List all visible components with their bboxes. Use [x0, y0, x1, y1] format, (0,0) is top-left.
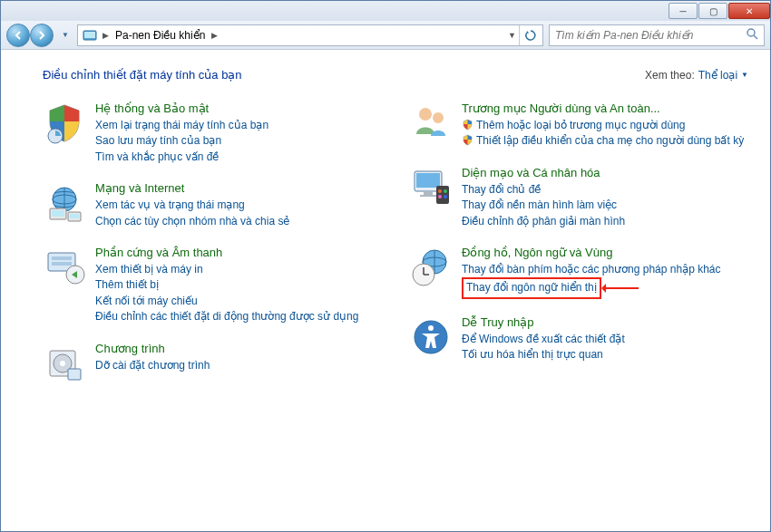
task-link[interactable]: Xem thiết bị và máy in	[95, 262, 382, 277]
svg-rect-22	[416, 173, 440, 188]
titlebar: ─ ▢ ✕	[1, 1, 770, 21]
svg-line-3	[754, 35, 757, 39]
task-link[interactable]: Xem tác vụ và trạng thái mạng	[95, 198, 382, 213]
addressbar-dropdown[interactable]: ▼	[505, 31, 519, 40]
navbar: ▼ ▶ Pa-nen Điều khiển ▶ ▼	[1, 21, 770, 50]
category-appearance-personalization: Diện mạo và Cá nhân hóa Thay đổi chủ đề …	[409, 166, 748, 229]
viewby-control: Xem theo: Thể loại ▼	[645, 69, 748, 82]
chevron-right-icon[interactable]: ▶	[209, 31, 220, 40]
svg-rect-23	[424, 191, 433, 195]
task-link[interactable]: Kết nối tới máy chiếu	[95, 294, 382, 309]
left-column: Hệ thống và Bảo mật Xem lại trạng thái m…	[43, 102, 382, 401]
category-clock-language-region: Đồng hồ, Ngôn ngữ và Vùng Thay đổi bàn p…	[409, 246, 748, 299]
clock-language-region-icon[interactable]	[409, 246, 453, 289]
search-icon[interactable]	[746, 27, 758, 43]
svg-point-36	[428, 325, 434, 331]
control-panel-icon	[82, 27, 98, 44]
svg-point-20	[433, 112, 444, 123]
category-title[interactable]: Diện mạo và Cá nhân hóa	[462, 166, 748, 179]
content-area: Điều chỉnh thiết đặt máy tính của bạn Xe…	[1, 50, 770, 531]
refresh-button[interactable]	[519, 25, 541, 45]
category-title[interactable]: Đồng hồ, Ngôn ngữ và Vùng	[462, 246, 748, 259]
svg-point-2	[747, 29, 755, 36]
uac-shield-icon	[462, 134, 473, 146]
svg-rect-18	[68, 369, 81, 380]
task-link[interactable]: Chọn các tùy chọn nhóm nhà và chia sẻ	[95, 214, 382, 229]
svg-point-26	[438, 189, 442, 193]
appearance-icon[interactable]	[409, 166, 453, 209]
chevron-right-icon[interactable]: ▶	[100, 31, 112, 40]
category-title[interactable]: Dễ Truy nhập	[462, 315, 748, 329]
addressbar[interactable]: ▶ Pa-nen Điều khiển ▶ ▼	[77, 24, 543, 46]
hardware-sound-icon[interactable]	[43, 246, 86, 289]
nav-history-dropdown[interactable]: ▼	[59, 26, 72, 44]
task-link[interactable]: Xem lại trạng thái máy tính của bạn	[95, 118, 382, 133]
task-link[interactable]: Điều chỉnh độ phân giải màn hình	[462, 214, 748, 229]
programs-icon[interactable]	[43, 342, 86, 385]
page-title: Điều chỉnh thiết đặt máy tính của bạn	[43, 68, 242, 82]
system-security-icon[interactable]	[43, 102, 86, 145]
task-link[interactable]: Dỡ cài đặt chương trình	[95, 358, 382, 373]
ease-of-access-icon[interactable]	[409, 315, 453, 359]
task-link[interactable]: Thay đổi nền màn hình làm việc	[462, 198, 748, 213]
task-link[interactable]: Điều chỉnh các thiết đặt di động thường …	[95, 309, 382, 324]
back-button[interactable]	[6, 24, 30, 47]
minimize-button[interactable]: ─	[669, 3, 698, 19]
category-programs: Chương trình Dỡ cài đặt chương trình	[43, 342, 382, 385]
viewby-value[interactable]: Thể loại	[698, 69, 737, 82]
network-internet-icon[interactable]	[43, 181, 86, 225]
category-title[interactable]: Phần cứng và Âm thanh	[95, 246, 382, 259]
category-title[interactable]: Chương trình	[95, 342, 382, 355]
maximize-button[interactable]: ▢	[698, 3, 727, 19]
forward-button[interactable]	[30, 24, 54, 47]
svg-point-19	[419, 108, 432, 121]
search-input[interactable]	[555, 29, 746, 42]
task-link[interactable]: Thiết lập điều khiển của cha mẹ cho ngườ…	[462, 133, 748, 149]
svg-point-28	[438, 195, 442, 198]
task-link[interactable]: Thêm thiết bị	[95, 277, 382, 293]
svg-point-29	[444, 195, 447, 198]
task-link[interactable]: Thêm hoặc loại bỏ trương mục người dùng	[462, 118, 748, 133]
right-column: Trương mục Người dùng và An toàn... Thêm…	[409, 102, 748, 401]
svg-rect-8	[52, 210, 64, 217]
category-hardware-sound: Phần cứng và Âm thanh Xem thiết bị và má…	[43, 246, 382, 325]
svg-rect-12	[52, 256, 72, 260]
category-title[interactable]: Hệ thống và Bảo mật	[95, 102, 382, 115]
svg-point-27	[444, 189, 447, 193]
task-link[interactable]: Tìm và khắc phục vấn đề	[95, 150, 382, 165]
svg-rect-13	[52, 262, 72, 266]
task-link[interactable]: Sao lưu máy tính của bạn	[95, 133, 382, 149]
user-accounts-icon[interactable]	[409, 102, 453, 145]
annotation-arrow	[604, 287, 639, 289]
viewby-label: Xem theo:	[645, 69, 695, 82]
uac-shield-icon	[462, 119, 473, 131]
category-system-security: Hệ thống và Bảo mật Xem lại trạng thái m…	[43, 102, 382, 165]
svg-rect-1	[84, 32, 95, 38]
chevron-down-icon[interactable]: ▼	[741, 71, 748, 79]
category-title[interactable]: Mạng và Internet	[95, 181, 382, 195]
searchbox[interactable]	[549, 24, 765, 46]
task-link[interactable]: Để Windows đề xuất các thiết đặt	[462, 332, 748, 347]
category-user-accounts: Trương mục Người dùng và An toàn... Thêm…	[409, 102, 748, 150]
svg-rect-25	[436, 186, 449, 204]
breadcrumb-segment[interactable]: Pa-nen Điều khiển	[112, 29, 209, 42]
svg-rect-10	[70, 214, 79, 218]
category-network-internet: Mạng và Internet Xem tác vụ và trạng thá…	[43, 181, 382, 229]
svg-point-17	[60, 361, 65, 366]
task-link[interactable]: Thay đổi chủ đề	[462, 182, 748, 198]
highlighted-task-box: Thay đổi ngôn ngữ hiển thị	[462, 277, 601, 298]
task-link[interactable]: Thay đổi bàn phím hoặc các phương pháp n…	[462, 262, 748, 277]
close-button[interactable]: ✕	[728, 3, 770, 19]
task-link-change-display-language[interactable]: Thay đổi ngôn ngữ hiển thị	[466, 281, 597, 294]
control-panel-window: ─ ▢ ✕ ▼ ▶ Pa-nen Điều khiển ▶ ▼	[0, 0, 771, 532]
category-ease-of-access: Dễ Truy nhập Để Windows đề xuất các thiế…	[409, 315, 748, 363]
category-title[interactable]: Trương mục Người dùng và An toàn...	[462, 102, 748, 115]
task-link[interactable]: Tối ưu hóa hiển thị trực quan	[462, 347, 748, 363]
svg-rect-24	[420, 195, 436, 197]
